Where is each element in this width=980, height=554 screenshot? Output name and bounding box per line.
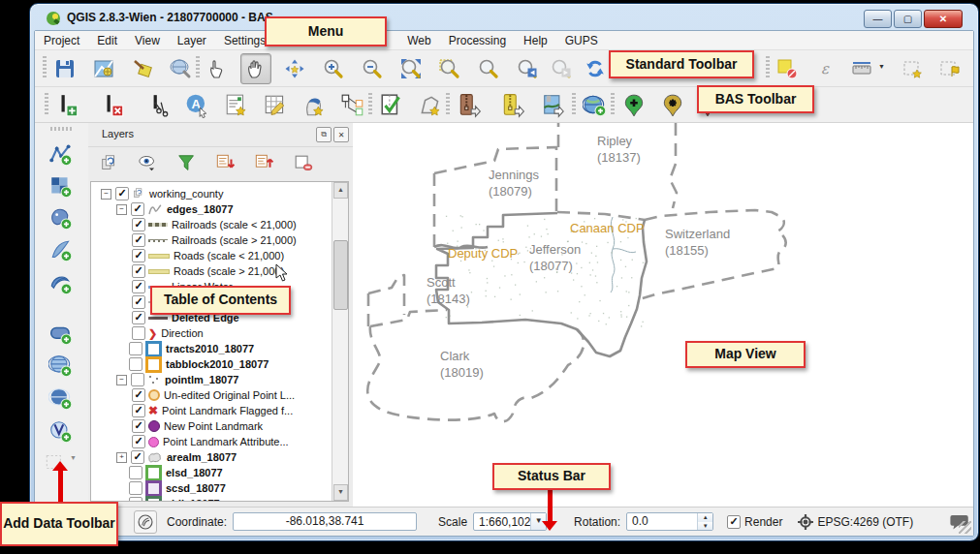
person-button[interactable] xyxy=(299,90,330,121)
scale-combo[interactable]: 1:660,102 ▼ xyxy=(473,512,547,531)
menu-layer[interactable]: Layer xyxy=(169,32,215,49)
layer-row[interactable]: ✓Un-edited Original Point L... xyxy=(132,387,295,403)
layer-checkbox[interactable]: ✓ xyxy=(132,435,145,448)
layer-row[interactable]: tabblock2010_18077 xyxy=(116,356,269,372)
add-line-button[interactable] xyxy=(52,90,83,121)
layer-row[interactable]: ✓Railroads (scale < 21,000) xyxy=(132,217,297,232)
menu-web[interactable]: Web xyxy=(398,32,439,49)
add-postgis-layer-button[interactable] xyxy=(47,204,76,233)
menu-gups[interactable]: GUPS xyxy=(556,32,607,49)
title-bar[interactable]: QGIS 2.8.3-Wien - 21807700000 - BAS —▢✕ xyxy=(36,7,972,30)
layer-checkbox[interactable]: ✓ xyxy=(132,388,145,402)
toolbar-grip[interactable] xyxy=(50,127,74,131)
new-map-view-button[interactable] xyxy=(88,53,119,84)
add-mssql-layer-button[interactable] xyxy=(47,269,76,298)
zoom-out-button[interactable] xyxy=(357,53,388,84)
panel-float-button[interactable]: ⧉ xyxy=(316,127,332,142)
menu-view[interactable]: View xyxy=(126,32,169,49)
tree-expander-icon[interactable]: − xyxy=(116,204,127,215)
form-button[interactable] xyxy=(221,90,252,121)
menu-processing[interactable]: Processing xyxy=(440,32,515,49)
map-view[interactable]: Ripley(18137)Jennings(18079)Canaan CDPSw… xyxy=(353,123,973,508)
expand-all-button[interactable] xyxy=(212,150,239,177)
tree-expander-icon[interactable]: + xyxy=(116,452,127,463)
layer-checkbox[interactable]: ✓ xyxy=(132,218,145,231)
layer-checkbox[interactable]: ✓ xyxy=(131,450,144,464)
toolbar-grip[interactable] xyxy=(43,56,47,79)
export-map-button[interactable] xyxy=(539,90,570,121)
filter-legend-button[interactable] xyxy=(174,150,201,177)
layer-checkbox[interactable] xyxy=(129,342,142,355)
close-button[interactable]: ✕ xyxy=(924,10,963,28)
topology-button[interactable] xyxy=(337,90,368,121)
save-button[interactable] xyxy=(49,53,80,84)
search-globe-button[interactable] xyxy=(166,53,197,84)
toolbar-grip[interactable] xyxy=(766,56,770,79)
toolbar-grip[interactable] xyxy=(446,93,450,116)
pan-to-selection-button[interactable] xyxy=(279,53,310,84)
zoom-to-selection-button[interactable] xyxy=(434,53,465,84)
layer-row[interactable]: ✓Roads (scale < 21,000) xyxy=(132,248,284,263)
zoom-in-button[interactable] xyxy=(318,53,349,84)
layer-checkbox[interactable]: ✓ xyxy=(131,202,144,216)
layers-panel-header[interactable]: Layers ⧉ ✕ xyxy=(88,123,353,147)
rotation-spinner[interactable]: 0.0 ▲▼ xyxy=(626,512,713,531)
layer-row[interactable]: −✓working_county xyxy=(101,186,223,201)
scroll-thumb[interactable] xyxy=(333,240,348,310)
maximize-button[interactable]: ▢ xyxy=(894,10,922,28)
layer-row[interactable]: +✓arealm_18077 xyxy=(116,449,237,465)
menu-project[interactable]: Project xyxy=(35,32,88,49)
show-bookmarks-button[interactable] xyxy=(934,53,965,84)
label-button[interactable]: A xyxy=(182,90,213,121)
add-wcs-layer-button[interactable] xyxy=(47,385,76,414)
layer-row[interactable]: ✓Roads (scale > 21,000) xyxy=(132,263,284,279)
crs-status[interactable]: EPSG:4269 (OTF) xyxy=(817,515,913,529)
layer-checkbox[interactable]: ✓ xyxy=(115,187,129,200)
layer-checkbox[interactable]: ✓ xyxy=(132,233,145,247)
collapse-all-button[interactable] xyxy=(251,150,278,177)
layer-checkbox[interactable]: ✓ xyxy=(132,249,145,262)
render-checkbox[interactable]: ✓ xyxy=(727,515,741,529)
layer-checkbox[interactable] xyxy=(129,466,142,479)
clean-map-button[interactable] xyxy=(127,53,158,84)
coordinate-input[interactable]: -86.018,38.741 xyxy=(233,512,417,531)
sum-button[interactable]: ε xyxy=(810,53,841,84)
new-layer-dropdown-icon[interactable]: ▼ xyxy=(70,454,77,461)
toolbar-grip[interactable] xyxy=(611,93,615,116)
menu-edit[interactable]: Edit xyxy=(88,32,126,49)
layer-checkbox[interactable] xyxy=(129,481,142,495)
tree-expander-icon[interactable]: − xyxy=(101,189,111,200)
validate-button[interactable] xyxy=(376,90,407,121)
polygon-star-button[interactable] xyxy=(415,90,446,121)
spin-up-icon[interactable]: ▲ xyxy=(698,513,712,522)
zoom-full-button[interactable] xyxy=(395,53,427,84)
layer-checkbox[interactable]: ✓ xyxy=(132,264,145,278)
layer-checkbox[interactable] xyxy=(129,357,142,371)
panel-close-button[interactable]: ✕ xyxy=(333,127,349,142)
toolbar-grip[interactable] xyxy=(45,93,48,116)
pan-button[interactable] xyxy=(240,53,271,84)
add-wfs-layer-button[interactable] xyxy=(47,417,76,446)
layer-checkbox[interactable] xyxy=(129,497,142,502)
add-spatialite-layer-button[interactable] xyxy=(47,236,76,265)
identify-button[interactable] xyxy=(202,53,233,84)
add-vector-layer-button[interactable] xyxy=(47,140,76,169)
minimize-button[interactable]: — xyxy=(864,10,892,28)
menu-help[interactable]: Help xyxy=(515,32,556,49)
remove-annotation-button[interactable] xyxy=(772,53,803,84)
tree-scrollbar[interactable]: ▲ ▼ xyxy=(332,182,348,501)
pin-add-button[interactable] xyxy=(618,90,649,121)
layer-checkbox[interactable]: ✓ xyxy=(132,295,145,309)
toolbar-grip[interactable] xyxy=(572,93,576,116)
measure-button[interactable] xyxy=(847,53,878,84)
pin-flag-button[interactable] xyxy=(657,90,688,121)
add-raster-layer-button[interactable] xyxy=(47,172,76,201)
spin-down-icon[interactable]: ▼ xyxy=(698,522,712,531)
layer-checkbox[interactable]: ✓ xyxy=(132,311,145,324)
layer-row[interactable]: ✓Point Landmark Attribute... xyxy=(132,434,289,449)
refresh-button[interactable] xyxy=(580,53,611,84)
scroll-down-icon[interactable]: ▼ xyxy=(333,484,348,501)
measure-dropdown-icon[interactable]: ▼ xyxy=(878,63,885,70)
layer-checkbox[interactable]: ✓ xyxy=(132,280,145,293)
layer-checkbox[interactable]: ✓ xyxy=(132,404,145,417)
